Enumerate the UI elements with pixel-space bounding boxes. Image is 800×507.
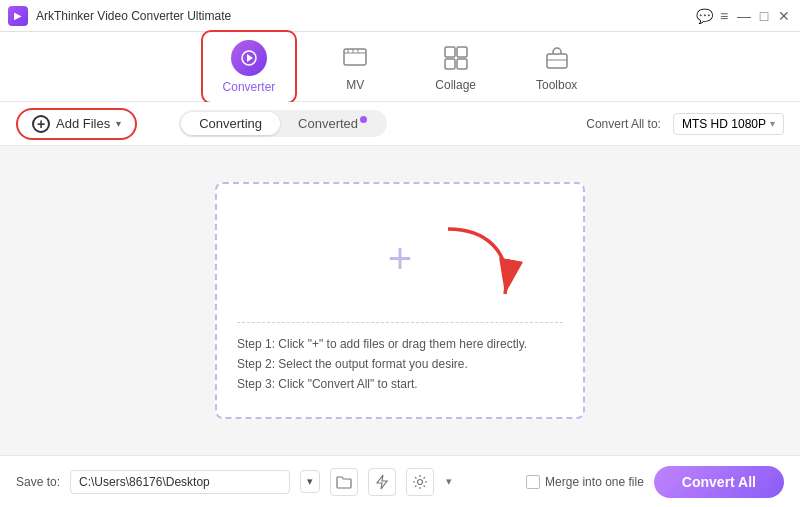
nav-converter[interactable]: Converter	[203, 32, 296, 102]
nav-collage[interactable]: Collage	[415, 34, 496, 100]
svg-rect-2	[344, 49, 366, 65]
toolbox-nav-icon	[541, 42, 573, 74]
titlebar: ▶ ArkThinker Video Converter Ultimate 💬 …	[0, 0, 800, 32]
convert-all-button[interactable]: Convert All	[654, 466, 784, 498]
nav-mv[interactable]: MV	[315, 34, 395, 100]
collage-nav-icon	[440, 42, 472, 74]
bolt-icon	[375, 474, 389, 490]
format-dropdown-arrow: ▾	[770, 118, 775, 129]
toolbox-nav-label: Toolbox	[536, 78, 577, 92]
titlebar-controls: 💬 ≡ — □ ✕	[696, 8, 792, 24]
bolt-icon-btn[interactable]	[368, 468, 396, 496]
settings-icon-btn[interactable]	[406, 468, 434, 496]
collage-nav-label: Collage	[435, 78, 476, 92]
svg-point-14	[418, 479, 423, 484]
step-3: Step 3: Click "Convert All" to start.	[237, 377, 563, 391]
add-files-button[interactable]: + Add Files ▾	[16, 108, 137, 140]
red-arrow-icon	[433, 219, 523, 319]
merge-checkbox[interactable]	[526, 475, 540, 489]
add-files-dropdown-arrow: ▾	[116, 118, 121, 129]
step-1: Step 1: Click "+" to add files or drag t…	[237, 337, 563, 351]
save-to-label: Save to:	[16, 475, 60, 489]
converted-dot	[360, 116, 367, 123]
svg-rect-7	[445, 47, 455, 57]
mv-nav-label: MV	[346, 78, 364, 92]
nav-toolbox[interactable]: Toolbox	[516, 34, 597, 100]
merge-checkbox-area: Merge into one file	[526, 475, 644, 489]
menu-icon-btn[interactable]: ≡	[716, 8, 732, 24]
merge-label: Merge into one file	[545, 475, 644, 489]
navbar: Converter MV Collage	[0, 32, 800, 102]
plus-circle-icon: +	[32, 115, 50, 133]
save-path-input[interactable]	[70, 470, 290, 494]
tabs-group: Converting Converted	[179, 110, 387, 137]
format-value: MTS HD 1080P	[682, 117, 766, 131]
minimize-button[interactable]: —	[736, 8, 752, 24]
svg-marker-1	[247, 54, 253, 62]
converted-tab[interactable]: Converted	[280, 112, 385, 135]
convert-all-to-label: Convert All to:	[586, 117, 661, 131]
mv-nav-icon	[339, 42, 371, 74]
converting-tab[interactable]: Converting	[181, 112, 280, 135]
svg-rect-11	[547, 54, 567, 68]
main-content: + Step 1: Click "+" to add files or drag…	[0, 146, 800, 455]
svg-rect-9	[445, 59, 455, 69]
converter-nav-label: Converter	[223, 80, 276, 94]
svg-rect-10	[457, 59, 467, 69]
app-title: ArkThinker Video Converter Ultimate	[36, 9, 231, 23]
format-select[interactable]: MTS HD 1080P ▾	[673, 113, 784, 135]
close-button[interactable]: ✕	[776, 8, 792, 24]
settings-icon	[412, 474, 428, 490]
step-2: Step 2: Select the output format you des…	[237, 357, 563, 371]
svg-rect-8	[457, 47, 467, 57]
path-dropdown-button[interactable]: ▾	[300, 470, 320, 493]
maximize-button[interactable]: □	[756, 8, 772, 24]
drop-plus-icon: +	[388, 235, 413, 283]
app-icon: ▶	[8, 6, 28, 26]
steps-text: Step 1: Click "+" to add files or drag t…	[237, 322, 563, 397]
converter-nav-icon	[231, 40, 267, 76]
folder-icon	[336, 474, 352, 490]
drop-zone-inner: +	[237, 204, 563, 314]
add-files-label: Add Files	[56, 116, 110, 131]
toolbar: + Add Files ▾ Converting Converted Conve…	[0, 102, 800, 146]
settings-dropdown-arrow: ▾	[446, 475, 452, 488]
folder-icon-btn[interactable]	[330, 468, 358, 496]
chat-icon-btn[interactable]: 💬	[696, 8, 712, 24]
drop-zone[interactable]: + Step 1: Click "+" to add files or drag…	[215, 182, 585, 419]
titlebar-left: ▶ ArkThinker Video Converter Ultimate	[8, 6, 231, 26]
bottombar: Save to: ▾ ▾ Merge into one file Convert…	[0, 455, 800, 507]
